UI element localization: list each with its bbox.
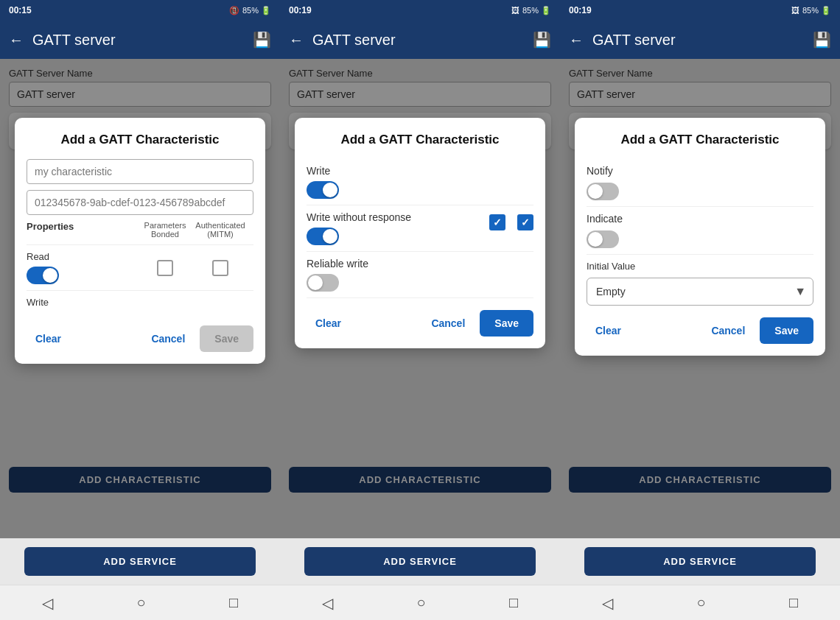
panel-2: 00:19 🖼 85% 🔋 ← GATT server 💾 GATT Serve… [280, 0, 560, 620]
indicate-toggle[interactable] [587, 230, 619, 248]
save-button-1[interactable]: Save [200, 325, 253, 352]
content-area-2: GATT Server Name Battery Level UUID: 0x2… [280, 59, 560, 538]
top-bar-2: ← GATT server 💾 [280, 21, 560, 59]
write-label-2: Write [307, 165, 533, 177]
back-nav-2[interactable]: ◁ [322, 594, 333, 612]
save-icon-2[interactable]: 💾 [533, 31, 551, 49]
read-auth-check[interactable] [212, 260, 228, 276]
write-row-1: Write [27, 290, 253, 314]
dialog-title-1: Add a GATT Characteristic [27, 133, 253, 147]
home-nav-1[interactable]: ○ [136, 594, 145, 611]
status-icons-2: 🖼 85% 🔋 [511, 6, 551, 15]
add-service-area-3: ADD SERVICE [560, 538, 840, 585]
initial-value-label: Initial Value [587, 261, 813, 272]
app-title-3: GATT server [592, 32, 804, 49]
recent-nav-2[interactable]: □ [509, 594, 518, 611]
bottom-nav-3: ◁ ○ □ [560, 585, 840, 620]
dialog-2: Add a GATT Characteristic Write Write wi… [295, 118, 545, 348]
read-toggle[interactable] [27, 267, 59, 284]
recent-nav-1[interactable]: □ [229, 594, 238, 611]
cancel-button-1[interactable]: Cancel [142, 325, 194, 352]
notify-row: Notify [587, 159, 813, 207]
write-no-resp-toggle[interactable] [307, 228, 339, 245]
cancel-button-2[interactable]: Cancel [422, 310, 474, 337]
write-no-resp-label: Write without response [307, 211, 489, 223]
properties-label-1: Properties [27, 221, 137, 232]
image-icon-3: 🖼 [791, 6, 799, 15]
add-service-button-2[interactable]: ADD SERVICE [304, 547, 535, 576]
reliable-write-toggle[interactable] [307, 274, 339, 292]
back-nav-1[interactable]: ◁ [42, 594, 53, 612]
write-label-1: Write [27, 297, 253, 308]
panel-1: 00:15 📵 85% 🔋 ← GATT server 💾 GATT Serve… [0, 0, 280, 620]
status-time-1: 00:15 [9, 5, 32, 15]
clear-button-1[interactable]: Clear [27, 325, 70, 352]
app-title-2: GATT server [312, 32, 524, 49]
dialog-3: Add a GATT Characteristic Notify Indicat… [575, 118, 825, 356]
status-icons-3: 🖼 85% 🔋 [791, 6, 831, 15]
initial-value-select[interactable]: Empty Custom [587, 278, 813, 306]
write-no-resp-row: Write without response [307, 205, 533, 252]
back-button-3[interactable]: ← [569, 32, 584, 49]
add-service-button-1[interactable]: ADD SERVICE [24, 547, 255, 576]
notify-toggle[interactable] [587, 183, 619, 200]
status-bar-2: 00:19 🖼 85% 🔋 [280, 0, 560, 21]
char-uuid-input-1[interactable] [27, 190, 253, 215]
dialog-actions-3: Clear Cancel Save [587, 317, 813, 344]
save-button-3[interactable]: Save [760, 317, 813, 344]
read-label: Read [27, 251, 143, 262]
initial-value-select-wrap: Empty Custom ▼ [587, 278, 813, 306]
clear-button-3[interactable]: Clear [587, 317, 630, 344]
write-toggle-2[interactable] [307, 181, 339, 199]
back-button-1[interactable]: ← [9, 32, 24, 49]
status-bar-1: 00:15 📵 85% 🔋 [0, 0, 280, 21]
dialog-title-3: Add a GATT Characteristic [587, 133, 813, 147]
bottom-nav-1: ◁ ○ □ [0, 585, 280, 620]
battery-1: 85% 🔋 [242, 6, 271, 15]
clear-button-2[interactable]: Clear [307, 310, 350, 337]
add-service-button-3[interactable]: ADD SERVICE [584, 547, 815, 576]
content-area-1: GATT Server Name Battery Level UUID: 0x2… [0, 59, 280, 538]
recent-nav-3[interactable]: □ [789, 594, 798, 611]
signal-icon-1: 📵 [229, 6, 239, 15]
status-icons-1: 📵 85% 🔋 [229, 6, 271, 15]
add-service-area-2: ADD SERVICE [280, 538, 560, 585]
param-bonded-label: ParametersBonded [143, 221, 187, 239]
battery-2: 85% 🔋 [522, 6, 551, 15]
indicate-label: Indicate [587, 213, 813, 225]
home-nav-2[interactable]: ○ [416, 594, 425, 611]
home-nav-3[interactable]: ○ [696, 594, 705, 611]
write-row-2: Write [307, 159, 533, 205]
bottom-nav-2: ◁ ○ □ [280, 585, 560, 620]
save-icon-1[interactable]: 💾 [253, 31, 271, 49]
content-area-3: GATT Server Name Battery Level UUID: 0x2… [560, 59, 840, 538]
indicate-row: Indicate [587, 207, 813, 255]
dialog-actions-1: Clear Cancel Save [27, 325, 253, 352]
read-bonded-check[interactable] [157, 260, 173, 276]
image-icon-2: 🖼 [511, 6, 519, 15]
status-time-2: 00:19 [289, 5, 312, 15]
char-name-input-1[interactable] [27, 159, 253, 184]
back-button-2[interactable]: ← [289, 32, 304, 49]
cancel-button-3[interactable]: Cancel [702, 317, 754, 344]
write-no-resp-check1[interactable] [489, 214, 505, 230]
panel-3: 00:19 🖼 85% 🔋 ← GATT server 💾 GATT Serve… [560, 0, 840, 620]
save-button-2[interactable]: Save [480, 310, 533, 337]
save-icon-3[interactable]: 💾 [813, 31, 831, 49]
back-nav-3[interactable]: ◁ [602, 594, 613, 612]
battery-3: 85% 🔋 [802, 6, 831, 15]
write-no-resp-check2[interactable] [517, 214, 533, 230]
reliable-write-label: Reliable write [307, 258, 533, 270]
status-time-3: 00:19 [569, 5, 592, 15]
param-auth-label: Authenticated (MITM) [187, 221, 253, 239]
status-bar-3: 00:19 🖼 85% 🔋 [560, 0, 840, 21]
initial-value-section: Initial Value Empty Custom ▼ [587, 255, 813, 306]
top-bar-1: ← GATT server 💾 [0, 21, 280, 59]
notify-label: Notify [587, 165, 813, 177]
read-row: Read [27, 244, 253, 290]
add-service-area-1: ADD SERVICE [0, 538, 280, 585]
dialog-1: Add a GATT Characteristic Properties Par… [15, 118, 265, 364]
app-title-1: GATT server [32, 32, 244, 49]
top-bar-3: ← GATT server 💾 [560, 21, 840, 59]
dialog-title-2: Add a GATT Characteristic [307, 133, 533, 147]
